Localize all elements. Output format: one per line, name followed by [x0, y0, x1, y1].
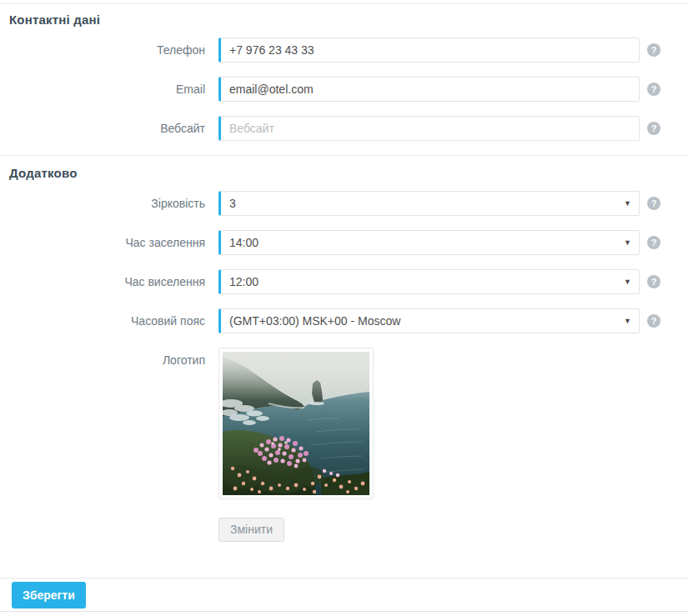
website-control	[218, 116, 640, 141]
form-row-checkin: Час заселення 14:00 ▼ ?	[0, 230, 688, 255]
checkout-control: 12:00 ▼	[218, 269, 640, 294]
form-row-stars: Зірковість 3 ▼ ?	[0, 191, 688, 216]
timezone-select[interactable]: (GMT+03:00) MSK+00 - Moscow	[218, 308, 640, 333]
checkin-select[interactable]: 14:00	[218, 230, 640, 255]
section-title-contact: Контактні дані	[0, 4, 688, 38]
help-icon[interactable]: ?	[647, 197, 660, 210]
checkout-select-value: 12:00	[229, 275, 259, 288]
email-input[interactable]	[218, 77, 640, 102]
checkin-label: Час заселення	[0, 230, 218, 255]
form-row-phone: Телефон ?	[0, 38, 688, 63]
save-button[interactable]: Зберегти	[12, 582, 86, 608]
footer-bar: Зберегти	[0, 578, 688, 612]
help-icon[interactable]: ?	[647, 314, 660, 328]
change-logo-button[interactable]: Змінити	[218, 518, 284, 542]
email-label: Email	[0, 77, 218, 102]
logo-control: Змінити	[218, 348, 640, 542]
logo-label: Логотип	[0, 348, 218, 367]
form-row-checkout: Час виселення 12:00 ▼ ?	[0, 269, 688, 294]
form-row-website: Вебсайт ?	[0, 116, 688, 141]
help-icon[interactable]: ?	[647, 236, 660, 249]
help-icon[interactable]: ?	[647, 122, 660, 135]
email-control	[218, 77, 640, 102]
stars-select[interactable]: 3	[218, 191, 640, 216]
help-icon[interactable]: ?	[647, 83, 660, 96]
form-row-timezone: Часовий пояс (GMT+03:00) MSK+00 - Moscow…	[0, 308, 688, 333]
form-row-email: Email ?	[0, 77, 688, 102]
phone-label: Телефон	[0, 38, 218, 63]
help-icon[interactable]: ?	[647, 43, 660, 57]
phone-input[interactable]	[218, 38, 640, 63]
timezone-select-value: (GMT+03:00) MSK+00 - Moscow	[229, 314, 400, 328]
timezone-label: Часовий пояс	[0, 308, 218, 333]
checkin-select-value: 14:00	[229, 236, 259, 249]
timezone-control: (GMT+03:00) MSK+00 - Moscow ▼	[218, 308, 640, 333]
logo-image	[223, 352, 369, 495]
logo-preview-frame	[218, 348, 374, 499]
checkout-select[interactable]: 12:00	[218, 269, 640, 294]
stars-label: Зірковість	[0, 191, 218, 216]
phone-control	[218, 38, 640, 63]
form-row-logo: Логотип	[0, 348, 688, 542]
website-input[interactable]	[218, 116, 640, 141]
stars-control: 3 ▼	[218, 191, 640, 216]
checkout-label: Час виселення	[0, 269, 218, 294]
website-label: Вебсайт	[0, 116, 218, 141]
help-icon[interactable]: ?	[647, 275, 660, 288]
checkin-control: 14:00 ▼	[218, 230, 640, 255]
stars-select-value: 3	[229, 197, 236, 210]
section-title-additional: Додатково	[0, 156, 688, 191]
